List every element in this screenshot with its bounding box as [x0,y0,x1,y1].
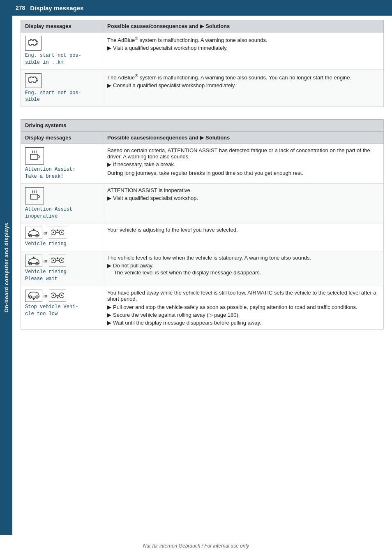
table-row: or Vehicle risingPlea [21,251,384,286]
stop-vehicle-cell: or Stop vehicle Vehi- [21,286,103,329]
vehicle-rising-wait-icon-row: or [25,255,99,267]
arrow-icon-sv-1: ▶ [107,304,111,310]
svg-point-14 [61,232,62,233]
desc-aa-1: Based on certain criteria, ATTENTION ASS… [107,147,379,160]
col2-header: Possible causes/consequences and ▶ Solut… [103,20,384,32]
driving-systems-table: Display messages Possible causes/consequ… [21,131,384,330]
svg-rect-4 [30,154,38,159]
arrow-icon-vrw-1: ▶ [107,262,111,269]
arrow-icon-aa-1: ▶ [107,161,111,167]
table-row: Attention Assist:Take a break! Based on … [21,144,384,184]
solution-text: Visit a qualified specialist workshop im… [113,45,228,51]
desc-aa-2: During long journeys, take regular break… [107,170,379,176]
vehicle-up-icon-3 [25,255,42,267]
desc-vrw-1: The vehicle level is too low when the ve… [107,255,379,261]
description: The AdBlue® system is malfunctioning. A … [107,36,379,43]
vehicle-rising-solution: Your vehicle is adjusting to the level y… [103,223,384,251]
svg-point-21 [53,260,54,261]
svg-marker-19 [32,256,35,258]
message-label-2: Eng. start not pos-sible [25,90,99,104]
table-row: or Stop vehicle Vehi- [21,286,384,329]
display-message-cell: Eng. start not pos-sible in ..km [21,32,103,70]
page-header: 278 Display messages [0,0,392,16]
attention-assist-inop-cell: Attention Assistinoperative [21,183,103,223]
svg-point-30 [53,295,54,296]
message-label: Eng. start not pos-sible in ..km [25,52,99,66]
description-2: The AdBlue® system is malfunctioning. A … [107,73,379,81]
svg-point-12 [53,232,54,233]
solution-text-aai-1: Visit a qualified specialist workshop. [113,195,198,201]
desc-vr-1: Your vehicle is adjusting to the level y… [107,227,379,233]
footer-text: Nur für internen Gebrauch / For internal… [143,543,249,549]
attention-assist-icon [25,147,44,165]
solution-text-sv-3: Wait until the display message disappear… [113,320,261,326]
svg-point-23 [61,260,62,261]
solution-text-vrw-1: Do not pull away. [113,262,154,269]
table-row: or Vehicle rising [21,223,384,251]
or-label: or [44,230,48,235]
solution-sv-2: ▶ Secure the vehicle against rolling awa… [107,312,379,318]
engine-icon-2 [25,73,42,88]
footer: Nur für internen Gebrauch / For internal… [0,543,392,549]
svg-point-32 [61,295,62,296]
solution-item-2: ▶ Consult a qualified specialist worksho… [107,82,379,88]
solution-cell: The AdBlue® system is malfunctioning. A … [103,32,384,70]
arrow-icon-2: ▶ [107,82,111,88]
driving-systems-header: Driving systems [21,119,384,131]
attention-assist-break-cell: Attention Assist:Take a break! [21,144,103,184]
vehicle-up-icon-4 [49,255,66,267]
main-content: Display messages Possible causes/consequ… [12,16,392,342]
solution-text-2: Consult a qualified specialist workshop … [113,82,236,88]
table-row: Eng. start not pos-sible The AdBlue® sys… [21,70,384,107]
col1-header: Display messages [21,20,103,32]
page-title: Display messages [30,5,83,12]
vehicle-rising-wait-cell: or Vehicle risingPlea [21,251,103,286]
svg-marker-16 [56,229,59,231]
svg-marker-10 [32,228,35,230]
solution-vrw-1: ▶ Do not pull away. [107,262,379,269]
arrow-icon-sv-3: ▶ [107,320,111,326]
solution-sv-1: ▶ Pull over and stop the vehicle safely … [107,304,379,310]
svg-marker-34 [56,297,59,299]
desc-aai-1: ATTENTION ASSIST is inoperative. [107,187,379,193]
solution-text-sv-1: Pull over and stop the vehicle safely as… [113,304,357,310]
vehicle-down-icon [25,290,42,302]
solution-text-aa-1: If necessary, take a break. [113,161,175,167]
solution-text-sv-2: Secure the vehicle against rolling away … [113,312,240,318]
vehicle-rising-icon-row: or [25,227,99,239]
vehicle-down-icon-2 [49,290,66,302]
table-row: Attention Assistinoperative ATTENTION AS… [21,183,384,223]
table-row: Eng. start not pos-sible in ..km The AdB… [21,32,384,70]
arrow-icon-sv-2: ▶ [107,312,111,318]
solution-aa-1: ▶ If necessary, take a break. [107,161,379,167]
attention-assist-inop-icon [25,187,44,204]
engine-icon [25,36,42,51]
spacer [21,111,384,119]
solution-cell-2: The AdBlue® system is malfunctioning. A … [103,70,384,107]
svg-marker-28 [32,298,35,300]
svg-marker-25 [56,257,59,259]
stop-vehicle-solution: You have pulled away while the vehicle l… [103,286,384,329]
attention-assist-break-label: Attention Assist:Take a break! [25,166,99,180]
or-label-3: or [44,293,48,298]
ds-col1-header: Display messages [21,132,103,144]
desc-sv-1: You have pulled away while the vehicle l… [107,290,379,302]
desc-vrw-2: The vehicle level is set when the displa… [114,269,379,276]
solution-sv-3: ▶ Wait until the display message disappe… [107,320,379,326]
stop-vehicle-icon-row: or [25,290,99,302]
vehicle-rising-wait-label: Vehicle risingPlease wait [25,269,99,283]
attention-assist-inop-label: Attention Assistinoperative [25,206,99,220]
ds-col2-header: Possible causes/consequences and ▶ Solut… [103,132,384,144]
vehicle-rising-cell: or Vehicle rising [21,223,103,251]
display-message-cell: Eng. start not pos-sible [21,70,103,107]
sidebar: On-board computer and displays [0,0,12,535]
vehicle-up-icon [25,227,42,239]
adblue-table: Display messages Possible causes/consequ… [21,20,384,107]
solution-item: ▶ Visit a qualified specialist workshop … [107,45,379,51]
vehicle-rising-label: Vehicle rising [25,241,99,248]
stop-vehicle-label: Stop vehicle Vehi-cle too low [25,304,99,318]
arrow-icon: ▶ [107,45,111,51]
sidebar-label: On-board computer and displays [3,223,9,313]
page-number: 278 [16,5,25,11]
attention-assist-inop-solution: ATTENTION ASSIST is inoperative. ▶ Visit… [103,183,384,223]
